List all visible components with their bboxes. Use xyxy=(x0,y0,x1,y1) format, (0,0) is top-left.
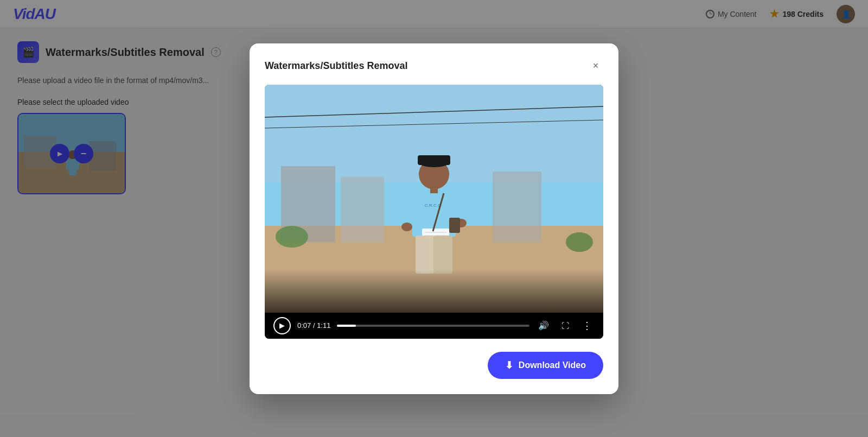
svg-rect-44 xyxy=(416,236,435,274)
svg-rect-47 xyxy=(449,218,460,233)
play-icon: ▶ xyxy=(279,321,285,330)
progress-bar[interactable] xyxy=(337,325,529,327)
svg-point-38 xyxy=(401,223,412,231)
volume-icon: 🔊 xyxy=(538,320,549,331)
progress-fill xyxy=(337,325,356,327)
svg-rect-25 xyxy=(341,177,384,242)
close-button[interactable]: × xyxy=(588,59,603,74)
time-display: 0:07 / 1:11 xyxy=(297,321,330,330)
video-player: C.R.C.C ▶ 0:07 / 1:11 🔊 ⛶ xyxy=(265,85,603,339)
modal: Watermarks/Subtitles Removal × xyxy=(250,43,618,394)
modal-footer: ⬇ Download Video xyxy=(265,352,603,379)
svg-rect-36 xyxy=(400,193,413,226)
video-controls: ▶ 0:07 / 1:11 🔊 ⛶ ⋮ xyxy=(265,313,603,339)
fullscreen-icon: ⛶ xyxy=(561,321,569,330)
video-frame: C.R.C.C xyxy=(265,85,603,313)
svg-point-29 xyxy=(276,226,308,248)
svg-point-30 xyxy=(566,232,593,252)
svg-rect-33 xyxy=(418,155,450,165)
modal-header: Watermarks/Subtitles Removal × xyxy=(265,59,603,74)
svg-text:C.R.C.C: C.R.C.C xyxy=(425,203,441,208)
svg-rect-26 xyxy=(493,172,541,242)
close-icon: × xyxy=(593,60,599,72)
download-icon: ⬇ xyxy=(505,359,513,371)
modal-overlay[interactable]: Watermarks/Subtitles Removal × xyxy=(0,0,868,437)
more-icon: ⋮ xyxy=(582,320,592,332)
play-button[interactable]: ▶ xyxy=(273,317,291,334)
download-button[interactable]: ⬇ Download Video xyxy=(488,352,603,379)
fullscreen-button[interactable]: ⛶ xyxy=(558,318,573,333)
volume-button[interactable]: 🔊 xyxy=(536,318,551,333)
more-options-button[interactable]: ⋮ xyxy=(579,318,595,333)
modal-title: Watermarks/Subtitles Removal xyxy=(265,60,407,72)
svg-rect-45 xyxy=(433,236,452,274)
download-label: Download Video xyxy=(519,360,586,370)
